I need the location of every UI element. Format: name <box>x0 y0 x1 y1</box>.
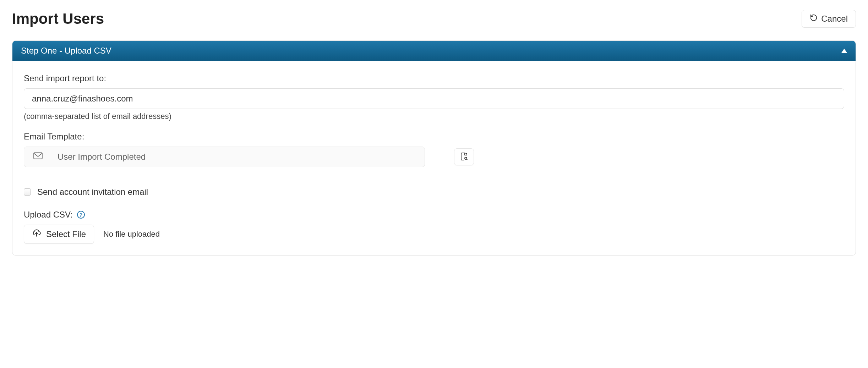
report-to-label: Send import report to: <box>24 73 844 83</box>
cloud-upload-icon <box>32 229 41 239</box>
svg-line-2 <box>466 159 467 160</box>
step-one-body: Send import report to: (comma-separated … <box>12 61 856 255</box>
upload-csv-label-row: Upload CSV: ? <box>24 210 844 220</box>
cancel-button-label: Cancel <box>821 14 848 24</box>
upload-csv-label: Upload CSV: <box>24 210 73 220</box>
cancel-button[interactable]: Cancel <box>802 10 856 28</box>
invite-email-row: Send account invitation email <box>24 187 844 197</box>
file-row: Select File No file uploaded <box>24 225 844 244</box>
envelope-icon <box>33 152 43 162</box>
undo-icon <box>810 14 818 24</box>
step-one-header[interactable]: Step One - Upload CSV <box>12 41 856 61</box>
email-template-row: User Import Completed <box>24 147 844 167</box>
select-file-label: Select File <box>46 229 86 239</box>
help-icon[interactable]: ? <box>77 211 85 219</box>
svg-rect-0 <box>34 153 42 159</box>
file-search-icon <box>460 152 468 162</box>
report-to-hint: (comma-separated list of email addresses… <box>24 112 844 121</box>
invite-email-label[interactable]: Send account invitation email <box>37 187 148 197</box>
email-template-display: User Import Completed <box>24 147 425 167</box>
step-one-title: Step One - Upload CSV <box>21 46 111 56</box>
file-status: No file uploaded <box>103 230 160 239</box>
preview-template-button[interactable] <box>454 148 474 165</box>
import-users-page: Import Users Cancel Step One - Upload CS… <box>0 0 868 270</box>
page-header: Import Users Cancel <box>12 10 856 28</box>
invite-email-checkbox[interactable] <box>24 188 31 196</box>
step-one-panel: Step One - Upload CSV Send import report… <box>12 40 856 256</box>
report-to-input[interactable] <box>24 88 844 109</box>
email-template-value: User Import Completed <box>58 152 146 162</box>
email-template-label: Email Template: <box>24 132 844 142</box>
page-title: Import Users <box>12 10 104 27</box>
chevron-up-icon <box>841 49 847 53</box>
select-file-button[interactable]: Select File <box>24 225 94 244</box>
